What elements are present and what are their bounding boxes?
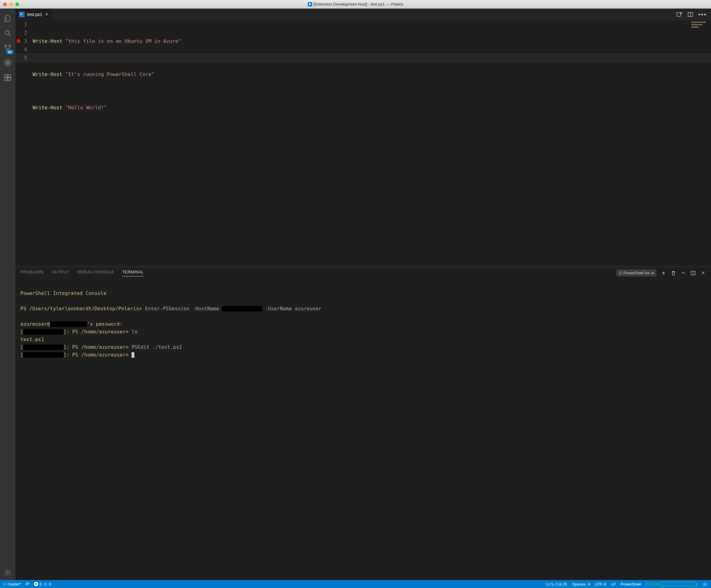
powershell-version[interactable]: > 6.0 [] bbox=[646, 582, 697, 586]
svg-rect-9 bbox=[5, 78, 7, 81]
minimize-window-button[interactable] bbox=[9, 2, 13, 6]
split-terminal-icon[interactable] bbox=[690, 270, 696, 276]
terminal-icon: > bbox=[646, 582, 651, 586]
terminal-selector[interactable]: 2: PowerShell Int ▴▾ bbox=[617, 269, 656, 276]
kill-terminal-icon[interactable] bbox=[671, 270, 676, 276]
new-terminal-icon[interactable] bbox=[661, 270, 666, 276]
warning-icon bbox=[43, 582, 47, 586]
redacted-version-host bbox=[661, 582, 695, 586]
tab-terminal[interactable]: TERMINAL bbox=[122, 270, 144, 276]
scm-badge: 22 bbox=[6, 50, 14, 54]
version-text: 6.0 [ bbox=[652, 582, 660, 586]
indentation[interactable]: Spaces: 4 bbox=[572, 582, 590, 586]
line-number: 2 bbox=[15, 29, 27, 37]
traffic-lights bbox=[0, 2, 19, 6]
redacted-host bbox=[50, 321, 87, 327]
chevron-updown-icon: ▴▾ bbox=[651, 272, 654, 275]
token: "Hello World!" bbox=[65, 105, 107, 111]
more-actions-icon[interactable]: ••• bbox=[698, 11, 707, 18]
close-window-button[interactable] bbox=[3, 2, 7, 6]
warning-count: 0 bbox=[49, 582, 51, 586]
error-icon: ✕ bbox=[34, 582, 38, 586]
svg-rect-7 bbox=[5, 74, 7, 77]
panel-actions: 2: PowerShell Int ▴▾ × bbox=[617, 269, 706, 276]
debug-icon[interactable] bbox=[0, 55, 15, 70]
terminal-text: test.ps1 bbox=[20, 337, 44, 342]
minimap[interactable] bbox=[691, 22, 710, 34]
terminal-text: [ bbox=[20, 352, 23, 358]
error-count: 0 bbox=[40, 582, 42, 586]
token: Write-Host bbox=[33, 71, 62, 77]
window-titlebar: [Extension Development Host] - test.ps1 … bbox=[0, 0, 711, 8]
svg-line-1 bbox=[8, 34, 10, 36]
close-tab-icon[interactable]: × bbox=[45, 12, 49, 17]
svg-point-2 bbox=[5, 45, 6, 46]
bottom-panel: PROBLEMS OUTPUT DEBUG CONSOLE TERMINAL 2… bbox=[15, 267, 711, 580]
main-area: 22 test.ps1 × ••• bbox=[0, 8, 711, 580]
code-editor[interactable]: 1 2 3 4 5 Write-Host "this file is on an… bbox=[15, 20, 711, 267]
terminal-prompt: : PS /home/azureuser> bbox=[66, 344, 128, 350]
svg-rect-12 bbox=[677, 13, 681, 16]
sync-icon[interactable] bbox=[26, 581, 29, 587]
terminal-text: ls bbox=[132, 329, 137, 335]
tab-problems[interactable]: PROBLEMS bbox=[20, 270, 44, 276]
search-icon[interactable] bbox=[0, 26, 15, 41]
tab-output[interactable]: OUTPUT bbox=[52, 270, 69, 276]
terminal-text: azureuser@ bbox=[20, 321, 50, 327]
line-number: 4 bbox=[15, 45, 27, 53]
window-title-text: [Extension Development Host] - test.ps1 … bbox=[313, 2, 403, 6]
token: "It's running PowerShell Core" bbox=[65, 71, 154, 77]
window-title: [Extension Development Host] - test.ps1 … bbox=[0, 2, 711, 6]
code-content[interactable]: Write-Host "this file is on an Ubuntu VM… bbox=[33, 20, 711, 267]
token: Write-Host bbox=[33, 38, 62, 44]
fullscreen-window-button[interactable] bbox=[15, 2, 19, 6]
explorer-icon[interactable] bbox=[0, 11, 15, 26]
feedback-icon[interactable] bbox=[703, 581, 708, 587]
maximize-panel-icon[interactable] bbox=[681, 270, 686, 276]
panel-tabs: PROBLEMS OUTPUT DEBUG CONSOLE TERMINAL 2… bbox=[15, 267, 711, 279]
line-number: 5 bbox=[15, 53, 27, 62]
tab-debug-console[interactable]: DEBUG CONSOLE bbox=[77, 270, 114, 276]
git-branch-icon bbox=[3, 582, 6, 587]
terminal-text: ] bbox=[63, 344, 67, 350]
terminal-text: [ bbox=[20, 344, 23, 350]
terminal-text: ] bbox=[63, 352, 67, 358]
source-control-icon[interactable]: 22 bbox=[0, 41, 15, 55]
editor-actions: ••• bbox=[676, 8, 711, 20]
split-editor-icon[interactable] bbox=[687, 12, 693, 18]
svg-rect-8 bbox=[8, 74, 11, 77]
settings-gear-icon[interactable] bbox=[0, 565, 15, 580]
terminal-prompt: : PS /home/azureuser> bbox=[66, 329, 128, 335]
activity-bar: 22 bbox=[0, 8, 15, 580]
terminal-text: [ bbox=[20, 329, 23, 335]
svg-point-11 bbox=[7, 572, 9, 574]
language-mode[interactable]: PowerShell bbox=[621, 582, 641, 586]
powershell-file-icon bbox=[19, 12, 25, 17]
terminal-content[interactable]: PowerShell Integrated Console PS /Users/… bbox=[15, 279, 711, 580]
status-bar: master* ✕0 0 Ln 5, Col 25 Spaces: 4 UTF-… bbox=[0, 580, 711, 588]
eol[interactable]: LF bbox=[611, 582, 616, 586]
vscode-icon bbox=[308, 2, 312, 6]
redacted-hostname bbox=[222, 306, 262, 312]
close-panel-icon[interactable]: × bbox=[700, 270, 706, 276]
redacted-host bbox=[23, 352, 63, 358]
compare-changes-icon[interactable] bbox=[676, 12, 682, 18]
branch-indicator[interactable]: master* bbox=[3, 582, 21, 587]
line-gutter: 1 2 3 4 5 bbox=[15, 20, 33, 267]
extensions-icon[interactable] bbox=[0, 70, 15, 85]
terminal-cursor bbox=[132, 352, 134, 358]
cursor-position[interactable]: Ln 5, Col 25 bbox=[545, 582, 567, 586]
line-number: 1 bbox=[15, 20, 27, 29]
breakpoint-icon[interactable] bbox=[17, 39, 20, 43]
problems-indicator[interactable]: ✕0 0 bbox=[34, 582, 51, 586]
branch-name: master* bbox=[7, 582, 21, 586]
encoding[interactable]: UTF-8 bbox=[595, 582, 606, 586]
tab-test-ps1[interactable]: test.ps1 × bbox=[15, 8, 53, 20]
token: Write-Host bbox=[33, 105, 62, 111]
editor-tabs: test.ps1 × ••• bbox=[15, 8, 711, 20]
editor-panel-split: 1 2 3 4 5 Write-Host "this file is on an… bbox=[15, 20, 711, 580]
svg-point-0 bbox=[5, 30, 9, 35]
terminal-line: PowerShell Integrated Console bbox=[20, 290, 106, 296]
svg-rect-10 bbox=[8, 78, 11, 81]
svg-point-3 bbox=[9, 45, 10, 46]
